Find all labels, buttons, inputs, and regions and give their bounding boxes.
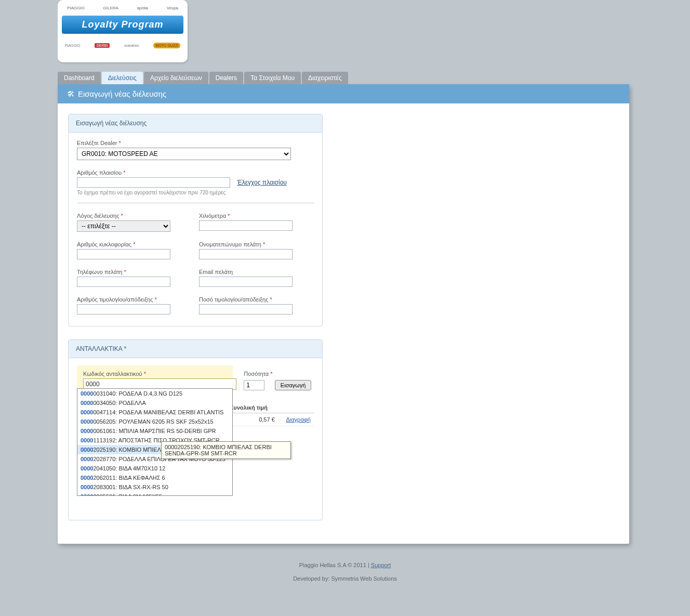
autocomplete-item[interactable]: 00002041050: ΒΙΔΑ 4Μ70Χ10 12 xyxy=(77,464,232,473)
tab-dieleuseis[interactable]: Διελεύσεις xyxy=(102,72,143,84)
brand-aprilia: aprilia xyxy=(137,6,148,10)
autocomplete-item[interactable]: 00000031040: ΡΟΔΕΛΑ D.4,3.NG D125 xyxy=(77,389,232,398)
reason-select[interactable]: -- επιλέξτε -- xyxy=(77,220,170,232)
email-label: Email πελάτη xyxy=(199,269,293,275)
autocomplete-item[interactable]: 00002083001: ΒΙΔΑ SX-RX-RS 50 xyxy=(77,482,232,492)
phone-label: Τηλέφωνο πελάτη * xyxy=(77,269,170,275)
invoice-no-label: Αριθμός τιμολογίου/απόδειξης * xyxy=(77,296,170,303)
cell-total: 0,57 € xyxy=(227,413,278,426)
code-label: Κωδικός ανταλλακτικού * xyxy=(83,371,227,377)
page-title: Εισαγωγή νέας διέλευσης xyxy=(78,89,166,98)
brand-derbi: DERBI xyxy=(95,43,110,48)
brands-bottom: PIAGGIO DERBI scarabeo MOTO GUZZI xyxy=(58,34,188,57)
km-input[interactable] xyxy=(199,220,293,231)
plate-label: Αριθμός κυκλοφορίας * xyxy=(77,241,170,247)
invoice-no-input[interactable] xyxy=(77,304,170,314)
parts-panel-header: ΑΝΤΑΛΛΑΚΤΙΚΑ * xyxy=(69,340,322,358)
footer-text: Piaggio Hellas S.A © 2011 | xyxy=(299,562,371,568)
dealer-label: Επιλέξτε Dealer * xyxy=(77,140,314,146)
nav-tabs: DashboardΔιελεύσειςΑρχείο διελεύσεωνDeal… xyxy=(58,72,645,84)
footer: Piaggio Hellas S.A © 2011 | Support Deve… xyxy=(45,562,645,582)
chassis-input[interactable] xyxy=(77,177,230,188)
autocomplete-item[interactable]: 00000061061: ΜΠΙΛΙΑ ΜΑΡΣΠΙΕ RS 50-DERBI … xyxy=(77,426,232,436)
brand-vespa: Vespa xyxy=(167,6,178,10)
autocomplete-tooltip: 00002025190: ΚΟΜΒΙΟ ΜΠΙΕΛΑΣ DERBI SENDA-… xyxy=(161,441,291,459)
autocomplete-item[interactable]: 00002062011: ΒΙΔΑ ΚΕΦΑΛΗΣ 6 xyxy=(77,473,232,482)
brand-motoguzzi: MOTO GUZZI xyxy=(153,43,180,48)
tab-my-data[interactable]: Τα Στοιχεία Μου xyxy=(244,72,301,84)
brand-scarabeo: scarabeo xyxy=(124,44,139,47)
brand-gilera: GILERA xyxy=(103,6,118,10)
divider xyxy=(77,203,314,203)
parts-panel: ΑΝΤΑΛΛΑΚΤΙΚΑ * Κωδικός ανταλλακτικού * 0… xyxy=(68,339,323,520)
qty-label: Ποσότητα * xyxy=(244,371,311,377)
plate-input[interactable] xyxy=(77,249,170,259)
invoice-amount-label: Ποσό τιμολογίου/απόδειξης * xyxy=(199,296,293,303)
insert-button[interactable]: Εισαγωγή xyxy=(275,380,312,390)
autocomplete-item[interactable]: 00002085531: ΒΙΔΑ 8Μ 125Χ55 xyxy=(77,492,232,495)
tab-dashboard[interactable]: Dashboard xyxy=(58,72,101,84)
brand-piaggio2: PIAGGIO xyxy=(65,44,81,47)
support-link[interactable]: Support xyxy=(371,562,391,568)
customer-label: Ονοματεπώνυμο πελάτη * xyxy=(199,241,293,247)
brand-piaggio: PIAGGIO xyxy=(67,6,85,10)
delete-link[interactable]: Διαγραφή xyxy=(286,416,311,423)
phone-input[interactable] xyxy=(77,277,170,287)
wrench-icon: 🛠 xyxy=(67,89,75,98)
logo-box: PIAGGIO GILERA aprilia Vespa Loyalty Pro… xyxy=(58,0,188,62)
autocomplete-item[interactable]: 00000056205: ΡΟΥΛΕΜΑΝ 6205 RS SKF 25x52x… xyxy=(77,417,232,426)
loyalty-title: Loyalty Program xyxy=(62,16,183,34)
qty-input[interactable] xyxy=(244,380,264,390)
content-area: 🛠 Εισαγωγή νέας διέλευσης Εισαγωγή νέας … xyxy=(58,84,629,544)
chassis-hint: Το όχημα πρέπει να έχει αγοραστεί τουλάχ… xyxy=(77,190,314,195)
autocomplete-item[interactable]: 00000047114: ΡΟΔΕΛΑ ΜΑΝΙΒΕΛΑΣ DERBI ATLA… xyxy=(77,408,232,417)
invoice-amount-input[interactable] xyxy=(199,304,293,314)
reason-label: Λόγος διέλευσης * xyxy=(77,213,170,219)
tab-archive[interactable]: Αρχείο διελεύσεων xyxy=(144,72,208,84)
check-chassis-link[interactable]: Έλεγχος πλαισίου xyxy=(237,179,287,186)
email-input[interactable] xyxy=(199,277,293,287)
customer-input[interactable] xyxy=(199,249,293,259)
form-panel: Εισαγωγή νέας διέλευσης Επιλέξτε Dealer … xyxy=(68,114,323,326)
footer-dev: Developed by: Symmetria Web Solutions xyxy=(45,575,645,582)
chassis-label: Αριθμός πλαισίου * xyxy=(77,169,314,176)
autocomplete-item[interactable]: 00000034050: ΡΟΔΕΛΛΑ xyxy=(77,398,232,408)
page-title-bar: 🛠 Εισαγωγή νέας διέλευσης xyxy=(58,84,629,103)
col-total: Συνολική τιμή xyxy=(227,402,278,413)
brands-top: PIAGGIO GILERA aprilia Vespa xyxy=(58,0,188,16)
tab-dealers[interactable]: Dealers xyxy=(209,72,243,84)
dealer-select[interactable]: GR0010: MOTOSPEED AE xyxy=(77,148,291,160)
tab-admins[interactable]: Διαχειριστές xyxy=(302,72,348,84)
col-actions xyxy=(278,402,314,413)
km-label: Χιλιόμετρα * xyxy=(199,213,293,219)
form-panel-header: Εισαγωγή νέας διέλευσης xyxy=(69,114,322,133)
